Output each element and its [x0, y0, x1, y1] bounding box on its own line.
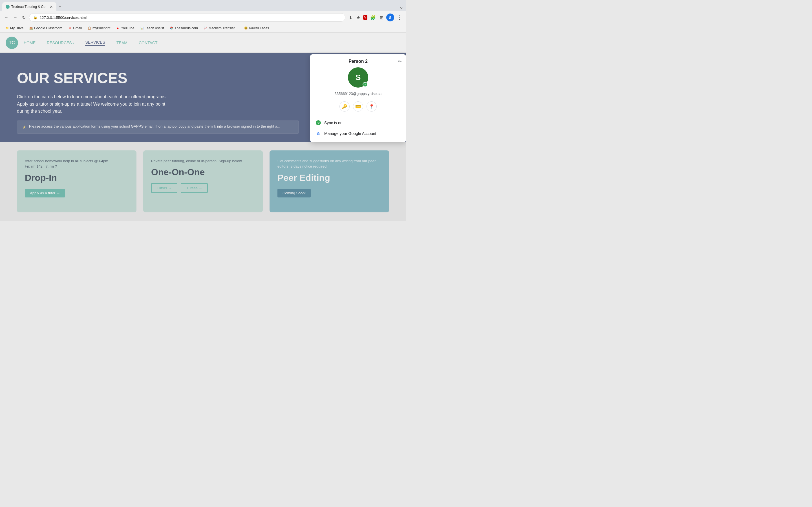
gmail-icon: ✉: [68, 26, 72, 30]
myblueprint-icon: 📋: [87, 26, 91, 30]
notice-bar: ★ Please access the various application …: [17, 121, 299, 133]
key-icon-button[interactable]: 🔑: [340, 101, 350, 112]
browser-minimize[interactable]: ⌄: [399, 3, 404, 10]
tutors-button[interactable]: Tutors →: [151, 183, 177, 193]
google-classroom-icon: 🏫: [29, 26, 33, 30]
drop-in-title: Drop-In: [25, 173, 129, 183]
browser-options-icon[interactable]: ⋮: [396, 13, 403, 22]
notice-text: Please access the various application fo…: [29, 124, 280, 128]
bookmark-myblueprint[interactable]: 📋 myBlueprint: [85, 25, 112, 31]
edit-profile-button[interactable]: ✏: [398, 59, 402, 64]
manage-account-item[interactable]: G Manage your Google Account: [310, 128, 406, 139]
tab-title: Trudeau Tutoring & Co.: [11, 5, 46, 9]
one-on-one-title: One-On-One: [151, 167, 255, 177]
profile-big-avatar: S: [348, 67, 368, 88]
profile-avatar-btn[interactable]: S: [386, 13, 394, 21]
profile-icons-row: 🔑 💳 📍: [310, 99, 406, 113]
profile-avatar-letter: S: [356, 73, 361, 82]
vimium-icon[interactable]: V: [363, 15, 367, 20]
bookmark-google-classroom[interactable]: 🏫 Google Classroom: [27, 25, 64, 31]
profile-email: 335669123@gapps.yrdsb.ca: [316, 92, 400, 96]
bookmark-star-icon[interactable]: ★: [355, 14, 361, 21]
bookmarks-bar: 📁 My Drive 🏫 Google Classroom ✉ Gmail 📋 …: [0, 24, 406, 33]
my-drive-icon: 📁: [5, 26, 9, 30]
bookmark-my-drive[interactable]: 📁 My Drive: [3, 25, 26, 31]
address-bar[interactable]: 🔒 127.0.0.1:5500/services.html: [29, 13, 345, 22]
new-tab-button[interactable]: +: [56, 3, 63, 10]
kawaii-icon: 😊: [244, 26, 248, 30]
browser-chrome: Trudeau Tutoring & Co. ✕ + ⌄ ← → ↻ 🔒 127…: [0, 0, 406, 33]
address-text: 127.0.0.1:5500/services.html: [40, 15, 87, 20]
nav-contact[interactable]: CONTACT: [139, 41, 158, 45]
cards-section: After school homework help in all subjec…: [0, 142, 406, 221]
profile-name: Person 2: [316, 59, 400, 64]
nav-home[interactable]: HOME: [24, 41, 36, 45]
profile-dropdown: Person 2 S ✏ 335669123@gapps.yrdsb.ca 🔑 …: [310, 54, 406, 142]
peer-editing-card: Get comments and suggestions on any writ…: [269, 151, 389, 212]
site-nav: TC HOME RESOURCES SERVICES TEAM CONTACT: [0, 33, 406, 53]
apply-as-tutor-button[interactable]: Apply as a tutor →: [25, 189, 65, 198]
thesaurus-icon: 📚: [169, 26, 173, 30]
teach-assist-icon: 📊: [140, 26, 144, 30]
nav-resources[interactable]: RESOURCES: [47, 41, 74, 45]
tab-bar: Trudeau Tutoring & Co. ✕ + ⌄: [0, 0, 406, 11]
avatar-sync-badge: [363, 82, 368, 87]
website-content: TC HOME RESOURCES SERVICES TEAM CONTACT …: [0, 33, 406, 221]
forward-button[interactable]: →: [12, 14, 18, 21]
logo-text: TC: [9, 40, 15, 45]
hero-description: Click on the cards below to learn more a…: [17, 93, 209, 115]
bookmark-kawaii[interactable]: 😊 Kawaii Faces: [242, 25, 271, 31]
nav-services[interactable]: SERVICES: [85, 40, 105, 46]
card-icon-button[interactable]: 💳: [353, 101, 363, 112]
drop-in-card: After school homework help in all subjec…: [17, 151, 137, 212]
lock-icon: 🔒: [33, 15, 38, 19]
bookmark-macbeth[interactable]: 📈 Macbeth Translati...: [201, 25, 241, 31]
nav-team[interactable]: TEAM: [116, 41, 128, 45]
tab-close-btn[interactable]: ✕: [50, 4, 53, 9]
location-icon-button[interactable]: 📍: [366, 101, 377, 112]
peer-editing-desc: Get comments and suggestions on any writ…: [277, 158, 381, 169]
tab-favicon: [6, 5, 10, 9]
star-icon: ★: [22, 124, 26, 130]
manage-account-label: Manage your Google Account: [324, 131, 376, 136]
reload-button[interactable]: ↻: [21, 14, 27, 21]
coming-soon-button[interactable]: Coming Soon!: [277, 189, 311, 198]
sync-icon: [316, 120, 321, 125]
active-tab[interactable]: Trudeau Tutoring & Co. ✕: [2, 2, 56, 11]
site-nav-links: HOME RESOURCES SERVICES TEAM CONTACT: [24, 40, 158, 46]
peer-editing-title: Peer Editing: [277, 173, 381, 183]
sync-label: Sync is on: [324, 121, 343, 125]
bookmark-thesaurus[interactable]: 📚 Thesaurus.com: [167, 25, 200, 31]
address-bar-row: ← → ↻ 🔒 127.0.0.1:5500/services.html ⬇ ★…: [0, 11, 406, 24]
one-on-one-desc: Private peer tutoring, online or in-pers…: [151, 158, 255, 164]
toolbar-icons: ⬇ ★ V 🧩 ⊞ S ⋮: [348, 13, 403, 22]
one-on-one-card: Private peer tutoring, online or in-pers…: [143, 151, 263, 212]
bookmark-teach-assist[interactable]: 📊 Teach Assist: [138, 25, 166, 31]
bookmark-gmail[interactable]: ✉ Gmail: [66, 25, 84, 31]
browser-menu-icon[interactable]: ⊞: [378, 14, 385, 21]
macbeth-icon: 📈: [204, 26, 207, 30]
download-icon[interactable]: ⬇: [348, 14, 354, 21]
extensions-icon[interactable]: 🧩: [369, 14, 377, 21]
drop-in-desc: After school homework help in all subjec…: [25, 158, 129, 169]
youtube-icon: ▶: [116, 26, 120, 30]
sync-status-item[interactable]: Sync is on: [310, 117, 406, 128]
back-button[interactable]: ←: [3, 14, 10, 21]
tutees-button[interactable]: Tutees →: [181, 183, 208, 193]
site-logo: TC: [6, 37, 18, 49]
bookmark-youtube[interactable]: ▶ YouTube: [114, 25, 137, 31]
profile-dropdown-header: Person 2 S ✏ 335669123@gapps.yrdsb.ca: [310, 54, 406, 99]
google-g-icon: G: [316, 131, 321, 136]
